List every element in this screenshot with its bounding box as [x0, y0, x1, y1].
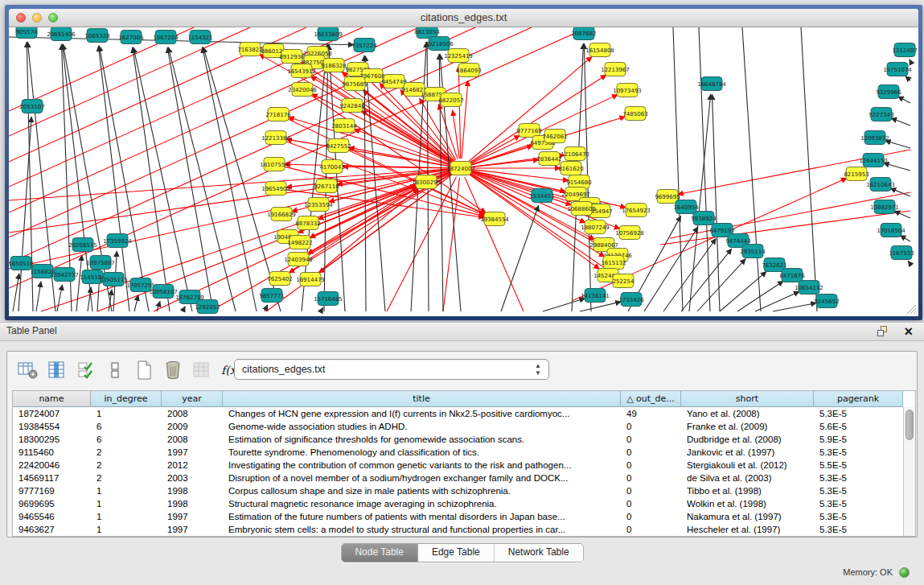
table-cell[interactable]: Structural magnetic resonance image aver… [223, 497, 621, 510]
new-table-icon[interactable] [133, 360, 154, 381]
table-cell[interactable]: 2008 [162, 407, 223, 420]
graph-node[interactable]: 18107554 [260, 158, 289, 171]
graph-node[interactable]: 14136141 [581, 289, 610, 303]
graph-node[interactable]: 12213384 [261, 131, 290, 145]
table-cell[interactable]: 1998 [162, 497, 223, 510]
table-cell[interactable]: 0 [621, 523, 681, 536]
graph-node[interactable]: 1534451 [529, 189, 554, 203]
graph-node[interactable]: 13505115 [99, 273, 128, 286]
graph-node[interactable]: 9242848 [339, 99, 364, 113]
graph-node[interactable]: 19654905 [261, 182, 290, 196]
graph-node[interactable]: 7163822 [237, 43, 262, 56]
table-cell[interactable]: 5.3E-5 [814, 484, 903, 497]
table-cell[interactable]: 9463627 [13, 523, 91, 536]
graph-edge[interactable] [458, 66, 460, 159]
tab-node-table[interactable]: Node Table [341, 544, 418, 562]
graph-node[interactable]: 2803144 [331, 119, 357, 133]
graph-edge[interactable] [890, 188, 910, 196]
select-all-rows-icon[interactable] [75, 360, 97, 381]
graph-node[interactable]: 17359924 [103, 234, 132, 248]
graph-edge[interactable] [462, 80, 468, 159]
graph-node[interactable]: 10756928 [615, 226, 644, 240]
graph-edge[interactable] [133, 47, 192, 311]
table-cell[interactable]: 0 [621, 446, 681, 459]
graph-edge[interactable] [453, 110, 460, 159]
graph-node[interactable]: 1065328 [84, 29, 109, 43]
table-selector[interactable]: citations_edges.txt ▲▼ [234, 359, 549, 380]
table-cell[interactable]: Hescheler et al. (1997) [681, 523, 814, 536]
table-cell[interactable]: de Silva et al. (2003) [681, 472, 814, 484]
table-cell[interactable]: 5.6E-5 [814, 420, 903, 433]
graph-node[interactable]: 1154321 [187, 31, 212, 44]
table-cell[interactable]: Investigating the contribution of common… [223, 459, 621, 472]
graph-node[interactable]: 9777169 [516, 124, 541, 138]
table-cell[interactable]: Jankovic et al. (1997) [681, 446, 814, 459]
graph-node[interactable]: 15751074 [883, 63, 912, 76]
graph-node[interactable]: 16154808 [585, 43, 614, 57]
table-cell[interactable]: 0 [621, 510, 681, 523]
graph-node[interactable]: 16210643 [866, 178, 895, 192]
graph-node[interactable]: 7357224 [351, 39, 377, 52]
column-header[interactable]: △ out_de... [621, 391, 681, 407]
table-cell[interactable]: 6 [91, 420, 162, 433]
table-cell[interactable]: 1998 [162, 484, 223, 497]
graph-node[interactable]: 17016504 [877, 224, 906, 237]
graph-node[interactable]: 2935114 [740, 245, 766, 258]
select-columns-icon[interactable] [46, 360, 68, 381]
table-cell[interactable]: 1 [91, 497, 162, 510]
table-cell[interactable]: 0 [621, 497, 681, 510]
graph-edge[interactable] [885, 141, 910, 148]
graph-edge[interactable] [898, 97, 910, 103]
graph-node[interactable]: 1733426 [618, 293, 644, 307]
table-cell[interactable]: 9777169 [13, 484, 91, 497]
table-cell[interactable]: 2009 [162, 420, 223, 433]
table-cell[interactable]: Dudbridge et al. (2008) [681, 433, 814, 446]
graph-node[interactable]: 1167533 [889, 246, 914, 260]
graph-node[interactable]: 1292052 [195, 300, 220, 314]
graph-edge[interactable] [900, 236, 910, 241]
close-panel-icon[interactable]: × [904, 323, 913, 340]
table-cell[interactable]: 22420046 [13, 459, 91, 472]
graph-node[interactable]: 17654923 [622, 204, 651, 217]
table-cell[interactable]: Changes of HCN gene expression and I(f) … [223, 407, 621, 420]
delete-table-icon[interactable] [162, 360, 183, 381]
table-cell[interactable]: 0 [621, 433, 681, 446]
table-cell[interactable]: 49 [621, 407, 681, 420]
graph-edge[interactable] [13, 274, 19, 311]
table-cell[interactable]: 1 [91, 484, 162, 497]
graph-edge[interactable] [36, 282, 41, 311]
graph-node[interactable]: 8161620 [558, 162, 583, 175]
graph-node[interactable]: 8427552 [326, 139, 351, 153]
graph-node[interactable]: 8215953 [844, 167, 869, 181]
tab-edge-table[interactable]: Edge Table [418, 544, 495, 562]
table-cell[interactable]: Estimation of the future numbers of pati… [223, 510, 621, 523]
graph-node[interactable]: 12353594 [304, 198, 333, 212]
network-window[interactable]: citations_edges.txt 18724007716382288601… [5, 5, 922, 320]
graph-edge[interactable] [9, 170, 451, 233]
table-cell[interactable]: Disruption of a novel member of a sodium… [223, 472, 621, 484]
graph-node[interactable]: 13942737 [50, 268, 79, 282]
graph-node[interactable]: 23420046 [288, 83, 317, 97]
graph-node[interactable]: 2053107 [19, 100, 44, 113]
table-cell[interactable]: 19384554 [13, 420, 91, 433]
graph-node[interactable]: 6822057 [438, 93, 463, 107]
graph-edge[interactable] [57, 285, 63, 311]
table-cell[interactable]: 2 [91, 472, 162, 484]
graph-node[interactable]: 10958107 [149, 285, 178, 299]
table-cell[interactable]: Estimation of significance thresholds fo… [223, 433, 621, 446]
table-cell[interactable]: 5.3E-5 [814, 472, 903, 484]
table-cell[interactable]: 14569117 [13, 472, 91, 484]
graph-node[interactable]: 18807249 [581, 220, 610, 234]
graph-node[interactable]: 8878332 [295, 216, 320, 230]
graph-edge[interactable] [644, 227, 698, 311]
column-header[interactable]: in_degree [91, 391, 162, 407]
table-cell[interactable]: 2 [91, 446, 162, 459]
column-header[interactable]: year [162, 391, 223, 407]
graph-node[interactable]: 9329966 [876, 85, 901, 99]
graph-edge[interactable] [203, 47, 281, 311]
table-cell[interactable]: 0 [621, 459, 681, 472]
graph-node[interactable]: 12325419 [444, 49, 473, 63]
table-cell[interactable]: Tibbo et al. (1998) [681, 484, 814, 497]
graph-edge[interactable] [908, 261, 910, 264]
graph-node[interactable]: 1567204 [153, 31, 179, 44]
